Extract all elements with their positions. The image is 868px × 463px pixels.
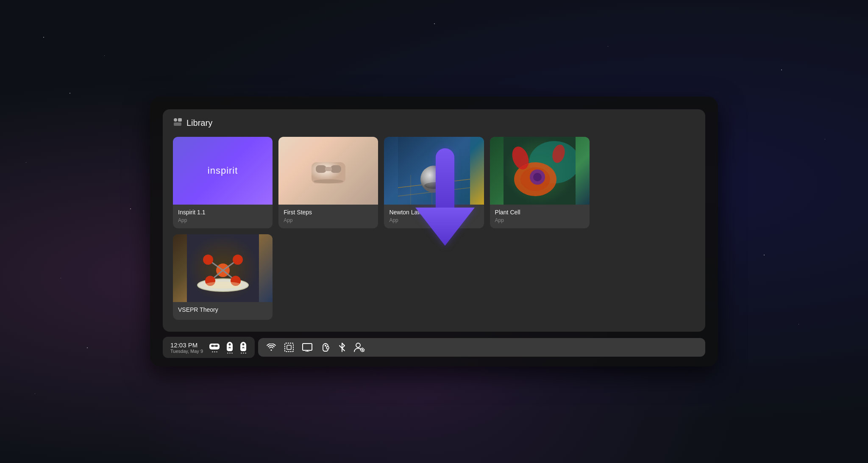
svg-rect-39: [215, 345, 218, 347]
svg-point-32: [203, 255, 213, 265]
svg-point-36: [204, 282, 242, 288]
svg-rect-40: [214, 345, 215, 347]
app-name-first-steps: First Steps: [284, 209, 373, 216]
taskbar-area: 12:03 PM Tuesday, May 9: [163, 337, 705, 358]
app-info-newton-laws: Newton Laws App: [384, 205, 484, 228]
time-text: 12:03 PM: [170, 341, 203, 349]
empty-slot-4: [490, 234, 590, 320]
vsepr-illustration: [187, 234, 259, 302]
svg-rect-6: [325, 167, 332, 171]
empty-slot-2: [278, 234, 378, 320]
vr-headset-icon: [209, 342, 220, 350]
cast-icon: [302, 343, 312, 352]
app-type-inspirit: App: [178, 217, 267, 223]
vr-icon-dots: [212, 351, 217, 352]
date-text: Tuesday, May 9: [170, 349, 203, 354]
empty-slot-5: [595, 234, 695, 320]
main-screen: Library inspirit Inspirit 1.1 App: [150, 97, 718, 366]
svg-rect-48: [287, 345, 291, 349]
first-steps-illustration: [303, 152, 354, 190]
svg-rect-1: [178, 118, 182, 122]
controller-settings-icon-button[interactable]: [321, 343, 330, 352]
taskbar-right: [258, 338, 705, 357]
wifi-icon: [267, 344, 276, 351]
app-info-plant-cell: Plant Cell App: [490, 205, 590, 228]
app-thumbnail-first-steps: [278, 137, 378, 205]
controller-right-icon: [239, 341, 247, 351]
app-name-inspirit: Inspirit 1.1: [178, 209, 267, 216]
svg-point-54: [362, 349, 363, 351]
svg-point-50: [325, 345, 326, 347]
app-info-first-steps: First Steps App: [278, 205, 378, 228]
app-card-first-steps[interactable]: First Steps App: [278, 137, 378, 228]
svg-rect-38: [211, 345, 214, 347]
app-name-vsepr: VSEPR Theory: [178, 306, 267, 313]
app-type-first-steps: App: [284, 217, 373, 223]
library-panel: Library inspirit Inspirit 1.1 App: [163, 109, 705, 332]
bluetooth-icon-button[interactable]: [339, 342, 345, 352]
library-header: Library: [173, 118, 695, 128]
controller-left-icon: [226, 341, 234, 351]
person-settings-icon-button[interactable]: [354, 343, 365, 352]
app-name-newton-laws: Newton Laws: [389, 209, 479, 216]
plant-cell-illustration: [504, 137, 576, 205]
right-controller-dots: [241, 352, 246, 354]
cast-icon-button[interactable]: [302, 343, 312, 352]
app-info-inspirit: Inspirit 1.1 App: [173, 205, 273, 228]
right-controller-icon[interactable]: [239, 341, 247, 354]
taskbar-left: 12:03 PM Tuesday, May 9: [163, 337, 255, 358]
svg-point-7: [314, 179, 343, 183]
app-name-plant-cell: Plant Cell: [495, 209, 584, 216]
newton-illustration: [398, 137, 470, 205]
svg-rect-46: [242, 348, 245, 349]
svg-point-33: [233, 255, 243, 265]
svg-rect-47: [285, 343, 293, 352]
app-card-inspirit[interactable]: inspirit Inspirit 1.1 App: [173, 137, 273, 228]
left-controller-dots: [227, 352, 233, 354]
library-icon: [173, 118, 182, 128]
inspirit-logo-text: inspirit: [208, 165, 238, 176]
empty-slot-1: [595, 137, 695, 228]
bluetooth-icon: [339, 342, 345, 352]
svg-point-41: [229, 344, 231, 346]
app-info-vsepr: VSEPR Theory: [173, 302, 273, 320]
person-settings-icon: [354, 343, 365, 352]
app-card-plant-cell[interactable]: Plant Cell App: [490, 137, 590, 228]
app-card-newton-laws[interactable]: Newton Laws App: [384, 137, 484, 228]
app-type-plant-cell: App: [495, 217, 584, 223]
app-thumbnail-plant-cell: [490, 137, 590, 205]
library-title: Library: [186, 118, 212, 128]
empty-slot-3: [384, 234, 484, 320]
wifi-icon-button[interactable]: [267, 344, 276, 351]
apps-grid-row1: inspirit Inspirit 1.1 App: [173, 137, 695, 228]
svg-rect-49: [303, 344, 312, 350]
grid-icon-button[interactable]: [284, 343, 294, 352]
time-display: 12:03 PM Tuesday, May 9: [170, 341, 203, 354]
app-thumbnail-vsepr: [173, 234, 273, 302]
svg-point-15: [424, 182, 448, 189]
svg-rect-4: [316, 165, 326, 173]
vr-headset-taskbar-icon[interactable]: [209, 342, 220, 352]
svg-rect-42: [229, 347, 231, 348]
apps-grid-row2: VSEPR Theory: [173, 234, 695, 320]
controller-settings-icon: [321, 343, 330, 352]
svg-point-52: [356, 343, 360, 347]
left-controller-icon[interactable]: [226, 341, 234, 354]
svg-rect-45: [243, 347, 244, 348]
svg-rect-5: [331, 165, 341, 173]
app-thumbnail-newton-laws: [384, 137, 484, 205]
svg-point-44: [242, 344, 245, 346]
app-thumbnail-inspirit: inspirit: [173, 137, 273, 205]
grid-icon: [284, 343, 294, 352]
svg-rect-43: [228, 348, 231, 349]
svg-rect-2: [174, 122, 181, 126]
svg-point-0: [174, 118, 177, 122]
svg-point-21: [533, 173, 542, 181]
app-card-vsepr[interactable]: VSEPR Theory: [173, 234, 273, 320]
app-type-newton-laws: App: [389, 217, 479, 223]
